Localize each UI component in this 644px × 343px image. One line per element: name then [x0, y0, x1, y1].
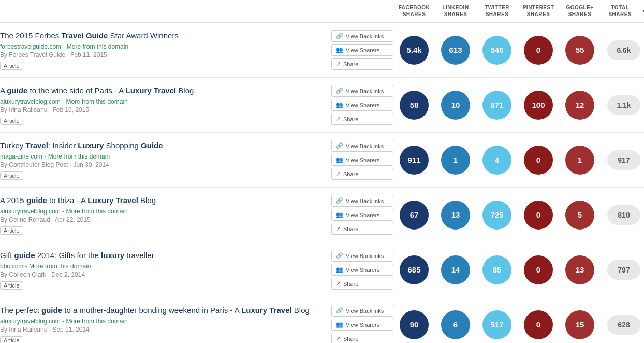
total-circle: 6.6k: [607, 40, 640, 60]
linkedin-stat: 613: [435, 36, 476, 65]
article-title: Gift guide 2014: Gifts for the luxury tr…: [0, 250, 326, 261]
backlinks-icon: 🔗: [336, 307, 343, 314]
linkedin-circle: 13: [441, 201, 470, 230]
total-stat: 810: [601, 205, 644, 225]
twitter-circle: 546: [482, 36, 511, 65]
share-button[interactable]: ↗ Share: [331, 333, 393, 343]
twitter-stat: 517: [476, 310, 518, 339]
article-title-link[interactable]: A 2015 guide to Ibiza - A Luxury Travel …: [0, 196, 156, 205]
article-domain-link[interactable]: forbestravelguide.com: [0, 43, 61, 50]
article-title-link[interactable]: A guide to the wine side of Paris - A Lu…: [0, 86, 194, 95]
googleplus-circle: 15: [565, 310, 594, 339]
article-tag: Article: [0, 226, 23, 235]
view-sharers-button[interactable]: 👥 View Sharers: [331, 264, 393, 276]
view-sharers-button[interactable]: 👥 View Sharers: [331, 99, 393, 111]
pinterest-circle: 0: [524, 201, 553, 230]
total-stat: 797: [601, 260, 644, 280]
article-meta: By Colleen Clark · Dec 2, 2014: [0, 271, 326, 278]
sharers-icon: 👥: [336, 321, 343, 328]
view-backlinks-button[interactable]: 🔗 View Backlinks: [331, 30, 393, 42]
view-backlinks-label: View Backlinks: [346, 88, 384, 94]
linkedin-circle: 613: [441, 36, 470, 65]
twitter-circle: 725: [482, 201, 511, 230]
view-backlinks-button[interactable]: 🔗 View Backlinks: [331, 85, 393, 97]
view-backlinks-button[interactable]: 🔗 View Backlinks: [331, 195, 393, 207]
googleplus-circle: 5: [565, 201, 594, 230]
share-button[interactable]: ↗ Share: [331, 58, 393, 70]
share-button[interactable]: ↗ Share: [331, 113, 393, 125]
view-backlinks-label: View Backlinks: [346, 33, 384, 39]
table-row: A 2015 guide to Ibiza - A Luxury Travel …: [0, 188, 644, 242]
col-header-total[interactable]: TOTAL SHARES ▼: [601, 4, 644, 18]
view-sharers-button[interactable]: 👥 View Sharers: [331, 319, 393, 331]
view-backlinks-button[interactable]: 🔗 View Backlinks: [331, 305, 393, 317]
share-icon: ↗: [336, 61, 341, 67]
article-domain: forbestravelguide.com - More from this d…: [0, 43, 326, 50]
facebook-stat: 685: [393, 255, 435, 284]
share-button[interactable]: ↗ Share: [331, 223, 393, 235]
article-domain-suffix: - More from this domain: [63, 43, 128, 50]
actions-col: 🔗 View Backlinks 👥 View Sharers ↗ Share: [331, 30, 393, 70]
view-sharers-button[interactable]: 👥 View Sharers: [331, 44, 393, 56]
share-button[interactable]: ↗ Share: [331, 168, 393, 180]
article-domain: aluxurytravelblog.com - More from this d…: [0, 208, 326, 215]
table-row: The 2015 Forbes Travel Guide Star Award …: [0, 23, 644, 78]
article-title: A guide to the wine side of Paris - A Lu…: [0, 85, 326, 96]
linkedin-stat: 6: [435, 310, 476, 339]
sharers-icon: 👥: [336, 156, 343, 163]
article-info-col: Turkey Travel: Insider Luxury Shopping G…: [0, 140, 331, 180]
article-domain-suffix: - More from this domain: [62, 318, 128, 325]
share-label: Share: [343, 336, 358, 342]
linkedin-stat: 10: [435, 91, 476, 120]
article-domain-link[interactable]: aluxurytravelblog.com: [0, 208, 61, 215]
total-stat: 6.6k: [601, 40, 644, 60]
article-domain: bbc.com - More from this domain: [0, 263, 326, 270]
article-domain-link[interactable]: aluxurytravelblog.com: [0, 318, 61, 325]
googleplus-stat: 15: [559, 310, 601, 339]
actions-col: 🔗 View Backlinks 👥 View Sharers ↗ Share: [331, 305, 393, 343]
article-title-link[interactable]: The 2015 Forbes Travel Guide Star Award …: [0, 31, 179, 40]
facebook-stat: 911: [393, 146, 435, 175]
twitter-circle: 85: [482, 255, 511, 284]
view-sharers-button[interactable]: 👥 View Sharers: [331, 154, 393, 166]
share-icon: ↗: [336, 225, 341, 232]
pinterest-circle: 0: [524, 310, 553, 339]
table-row: The perfect guide to a mother-daughter b…: [0, 297, 644, 343]
backlinks-icon: 🔗: [336, 33, 343, 39]
article-domain-suffix: - More from this domain: [44, 153, 110, 160]
article-meta: By Irina Raileanu · Feb 16, 2015: [0, 106, 326, 113]
view-backlinks-button[interactable]: 🔗 View Backlinks: [331, 250, 393, 262]
facebook-circle: 685: [400, 255, 429, 284]
article-domain-link[interactable]: aluxurytravelblog.com: [0, 98, 61, 105]
article-domain: aluxurytravelblog.com - More from this d…: [0, 98, 326, 105]
facebook-stat: 90: [393, 310, 435, 339]
googleplus-stat: 1: [559, 146, 601, 175]
article-meta: By Forbes Travel Guide · Feb 11, 2015: [0, 51, 326, 59]
view-backlinks-button[interactable]: 🔗 View Backlinks: [331, 140, 393, 152]
twitter-circle: 871: [482, 91, 511, 120]
facebook-stat: 67: [393, 201, 435, 230]
pinterest-stat: 0: [518, 310, 559, 339]
article-title-link[interactable]: Gift guide 2014: Gifts for the luxury tr…: [0, 251, 154, 260]
article-title-link[interactable]: Turkey Travel: Insider Luxury Shopping G…: [0, 141, 163, 150]
article-domain-link[interactable]: bbc.com: [0, 263, 23, 270]
view-sharers-label: View Sharers: [346, 157, 379, 163]
total-stat: 1.1k: [601, 95, 644, 115]
googleplus-circle: 1: [565, 146, 594, 175]
article-domain-link[interactable]: maga-zine.com: [0, 153, 42, 160]
pinterest-stat: 0: [518, 201, 559, 230]
article-meta: By Celine Renaud · Apr 22, 2015: [0, 216, 326, 223]
article-domain-suffix: - More from this domain: [25, 263, 91, 270]
total-circle: 797: [607, 260, 640, 280]
pinterest-stat: 100: [518, 91, 559, 120]
share-button[interactable]: ↗ Share: [331, 278, 393, 290]
article-title-link[interactable]: The perfect guide to a mother-daughter b…: [0, 306, 310, 315]
linkedin-circle: 1: [441, 146, 470, 175]
share-icon: ↗: [336, 280, 341, 287]
view-sharers-button[interactable]: 👥 View Sharers: [331, 209, 393, 221]
twitter-stat: 725: [476, 201, 518, 230]
total-circle: 1.1k: [607, 95, 640, 115]
sharers-icon: 👥: [336, 102, 343, 108]
pinterest-circle: 0: [524, 146, 553, 175]
sharers-icon: 👥: [336, 266, 343, 273]
